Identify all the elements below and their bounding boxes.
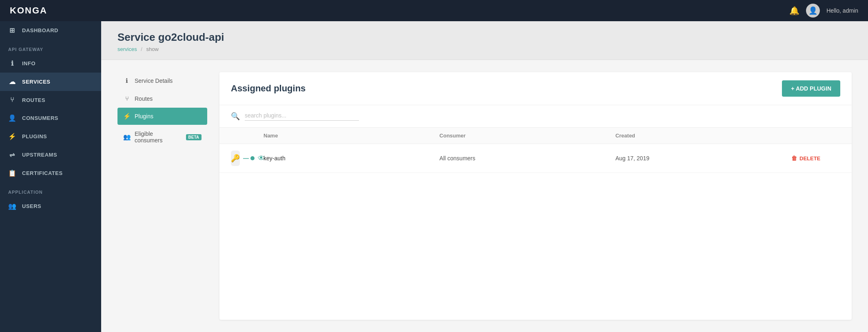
eligible-consumers-icon: 👥: [123, 133, 131, 141]
consumer-cell: All consumers: [439, 155, 615, 162]
upstreams-icon: ⇌: [8, 151, 16, 159]
header-name-col: Name: [264, 133, 439, 139]
logo: KONGA: [10, 5, 47, 16]
left-nav-routes-label: Routes: [135, 95, 153, 102]
certificates-icon: 📋: [8, 169, 16, 177]
plugins-icon: ⚡: [8, 133, 16, 140]
delete-label: DELETE: [799, 155, 820, 162]
avatar: 👤: [806, 4, 820, 18]
sidebar-label-routes: ROUTES: [22, 97, 45, 103]
layout: ⊞ DASHBOARD API GATEWAY ℹ INFO ☁ SERVICE…: [0, 21, 868, 332]
sidebar: ⊞ DASHBOARD API GATEWAY ℹ INFO ☁ SERVICE…: [0, 21, 101, 332]
left-nav-plugins-label: Plugins: [135, 113, 153, 120]
trash-icon: 🗑: [791, 155, 797, 162]
left-nav-service-details-label: Service Details: [135, 77, 173, 84]
search-input[interactable]: [245, 112, 359, 121]
breadcrumb-services-link[interactable]: services: [117, 46, 137, 52]
sidebar-item-info[interactable]: ℹ INFO: [0, 54, 101, 73]
breadcrumb-current: show: [146, 46, 159, 52]
created-cell: Aug 17, 2019: [616, 155, 791, 162]
header-right: 🔔 👤 Hello, admin: [789, 4, 858, 18]
sidebar-item-dashboard[interactable]: ⊞ DASHBOARD: [0, 21, 101, 40]
green-dot: [250, 156, 255, 160]
left-nav-plugins[interactable]: ⚡ Plugins: [117, 108, 207, 125]
left-nav-routes[interactable]: ⑂ Routes: [117, 90, 207, 107]
sidebar-section-application: APPLICATION: [0, 182, 101, 197]
header-created-col: Created: [616, 133, 791, 139]
search-icon: 🔍: [231, 112, 240, 121]
sidebar-label-consumers: CONSUMERS: [22, 115, 58, 121]
sidebar-label-users: USERS: [22, 203, 41, 209]
breadcrumb-separator: /: [141, 46, 142, 52]
header-consumer-col: Consumer: [439, 133, 615, 139]
sidebar-label-services: SERVICES: [22, 79, 51, 85]
left-nav-eligible-consumers[interactable]: 👥 Eligible consumers beta: [117, 126, 207, 148]
plugins-table: Name Consumer Created 🔑 —: [219, 128, 852, 320]
sidebar-item-certificates[interactable]: 📋 CERTIFICATES: [0, 164, 101, 182]
hello-text: Hello, admin: [826, 7, 858, 14]
bell-icon[interactable]: 🔔: [789, 6, 799, 15]
beta-badge: beta: [186, 134, 202, 140]
left-nav-service-details[interactable]: ℹ Service Details: [117, 72, 207, 89]
sidebar-item-routes[interactable]: ⑂ ROUTES: [0, 91, 101, 109]
sidebar-section-api-gateway: API GATEWAY: [0, 40, 101, 54]
right-panel: Assigned plugins + ADD PLUGIN 🔍 Name Con…: [219, 72, 852, 320]
cloud-icon: ☁: [8, 78, 16, 86]
search-bar: 🔍: [219, 105, 852, 128]
top-header: KONGA 🔔 👤 Hello, admin: [0, 0, 868, 21]
table-header: Name Consumer Created: [219, 128, 852, 144]
panel-title: Assigned plugins: [231, 83, 306, 94]
sidebar-item-plugins[interactable]: ⚡ PLUGINS: [0, 127, 101, 146]
sidebar-label-dashboard: DASHBOARD: [22, 27, 58, 33]
consumers-icon: 👤: [8, 114, 16, 122]
page-header: Service go2cloud-api services / show: [101, 21, 868, 60]
sidebar-item-services[interactable]: ☁ SERVICES: [0, 73, 101, 91]
delete-cell: 🗑 DELETE: [791, 155, 840, 162]
service-details-icon: ℹ: [123, 77, 131, 84]
header-icon-col: [231, 133, 264, 139]
main-content: Service go2cloud-api services / show ℹ S…: [101, 21, 868, 332]
sidebar-item-upstreams[interactable]: ⇌ UPSTREAMS: [0, 146, 101, 164]
sidebar-label-info: INFO: [22, 60, 35, 66]
plugin-name: key-auth: [264, 155, 439, 162]
sidebar-label-certificates: CERTIFICATES: [22, 170, 63, 176]
breadcrumb: services / show: [117, 46, 852, 52]
table-row: 🔑 — 👁 key-auth All consumers Aug 17, 201…: [219, 144, 852, 173]
sidebar-label-plugins: PLUGINS: [22, 133, 47, 139]
plugin-icon-cell: 🔑 — 👁: [231, 151, 264, 166]
sidebar-item-users[interactable]: 👥 USERS: [0, 197, 101, 215]
toggle-dot: —: [243, 155, 255, 162]
info-icon: ℹ: [8, 60, 16, 67]
page-title: Service go2cloud-api: [117, 31, 852, 44]
sidebar-label-upstreams: UPSTREAMS: [22, 152, 57, 158]
plugin-icon: 🔑: [231, 151, 240, 166]
minus-dot: —: [243, 155, 249, 162]
add-plugin-button[interactable]: + ADD PLUGIN: [782, 80, 840, 97]
delete-button[interactable]: 🗑 DELETE: [791, 155, 820, 162]
panel-header: Assigned plugins + ADD PLUGIN: [219, 72, 852, 105]
plugins-nav-icon: ⚡: [123, 113, 131, 120]
dashboard-icon: ⊞: [8, 27, 16, 34]
routes-nav-icon: ⑂: [123, 95, 131, 102]
users-icon: 👥: [8, 202, 16, 210]
sidebar-item-consumers[interactable]: 👤 CONSUMERS: [0, 109, 101, 127]
left-nav: ℹ Service Details ⑂ Routes ⚡ Plugins 👥 E…: [117, 72, 207, 320]
left-nav-eligible-consumers-label: Eligible consumers: [135, 131, 180, 144]
header-actions-col: [791, 133, 840, 139]
content-area: ℹ Service Details ⑂ Routes ⚡ Plugins 👥 E…: [101, 60, 868, 332]
routes-icon: ⑂: [8, 96, 16, 104]
